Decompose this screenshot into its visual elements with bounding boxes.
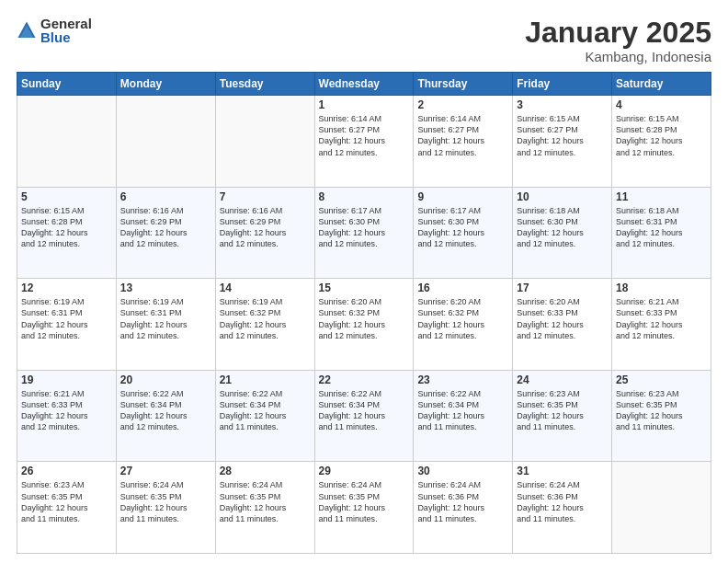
day-info: Sunrise: 6:23 AM Sunset: 6:35 PM Dayligh… (517, 388, 608, 433)
day-info: Sunrise: 6:18 AM Sunset: 6:30 PM Dayligh… (517, 205, 608, 250)
logo-icon (17, 20, 37, 40)
day-number: 8 (319, 190, 410, 203)
day-cell: 7Sunrise: 6:16 AM Sunset: 6:29 PM Daylig… (215, 187, 314, 279)
day-number: 28 (220, 465, 311, 477)
weekday-header-tuesday: Tuesday (215, 73, 314, 96)
weekday-header-sunday: Sunday (17, 73, 117, 96)
day-cell: 12Sunrise: 6:19 AM Sunset: 6:31 PM Dayli… (17, 279, 117, 371)
week-row-5: 26Sunrise: 6:23 AM Sunset: 6:35 PM Dayli… (17, 462, 711, 554)
day-number: 22 (319, 373, 410, 386)
day-info: Sunrise: 6:16 AM Sunset: 6:29 PM Dayligh… (120, 205, 211, 250)
day-cell: 16Sunrise: 6:20 AM Sunset: 6:32 PM Dayli… (414, 279, 513, 371)
day-cell: 9Sunrise: 6:17 AM Sunset: 6:30 PM Daylig… (414, 187, 513, 279)
day-cell: 5Sunrise: 6:15 AM Sunset: 6:28 PM Daylig… (17, 187, 117, 279)
day-cell: 24Sunrise: 6:23 AM Sunset: 6:35 PM Dayli… (513, 370, 612, 462)
day-number: 7 (220, 190, 311, 203)
day-info: Sunrise: 6:14 AM Sunset: 6:27 PM Dayligh… (417, 113, 508, 158)
day-number: 2 (417, 98, 508, 111)
day-cell: 23Sunrise: 6:22 AM Sunset: 6:34 PM Dayli… (414, 370, 513, 462)
day-number: 12 (21, 282, 112, 294)
week-row-3: 12Sunrise: 6:19 AM Sunset: 6:31 PM Dayli… (17, 279, 711, 371)
day-info: Sunrise: 6:23 AM Sunset: 6:35 PM Dayligh… (21, 479, 112, 524)
day-cell: 3Sunrise: 6:15 AM Sunset: 6:27 PM Daylig… (513, 96, 612, 188)
day-cell: 17Sunrise: 6:20 AM Sunset: 6:33 PM Dayli… (513, 279, 612, 371)
day-info: Sunrise: 6:20 AM Sunset: 6:32 PM Dayligh… (319, 296, 410, 341)
day-number: 30 (417, 465, 508, 477)
day-info: Sunrise: 6:21 AM Sunset: 6:33 PM Dayligh… (21, 388, 112, 433)
day-number: 11 (616, 190, 707, 203)
day-number: 25 (616, 373, 707, 386)
day-cell: 18Sunrise: 6:21 AM Sunset: 6:33 PM Dayli… (612, 279, 711, 371)
day-cell: 26Sunrise: 6:23 AM Sunset: 6:35 PM Dayli… (17, 462, 117, 554)
day-info: Sunrise: 6:24 AM Sunset: 6:36 PM Dayligh… (417, 479, 508, 524)
day-info: Sunrise: 6:22 AM Sunset: 6:34 PM Dayligh… (417, 388, 508, 433)
weekday-header-friday: Friday (513, 73, 612, 96)
calendar-subtitle: Kambang, Indonesia (525, 49, 711, 64)
day-cell: 4Sunrise: 6:15 AM Sunset: 6:28 PM Daylig… (612, 96, 711, 188)
day-number: 16 (417, 282, 508, 294)
day-cell: 1Sunrise: 6:14 AM Sunset: 6:27 PM Daylig… (314, 96, 414, 188)
day-cell: 27Sunrise: 6:24 AM Sunset: 6:35 PM Dayli… (116, 462, 215, 554)
day-number: 26 (21, 465, 112, 477)
week-row-4: 19Sunrise: 6:21 AM Sunset: 6:33 PM Dayli… (17, 370, 711, 462)
day-number: 18 (616, 282, 707, 294)
day-cell (116, 96, 215, 188)
weekday-header-thursday: Thursday (414, 73, 513, 96)
day-cell: 19Sunrise: 6:21 AM Sunset: 6:33 PM Dayli… (17, 370, 117, 462)
logo-general-text: General (40, 17, 92, 30)
logo-blue-text: Blue (40, 30, 92, 44)
day-cell: 29Sunrise: 6:24 AM Sunset: 6:35 PM Dayli… (314, 462, 414, 554)
day-number: 13 (120, 282, 211, 294)
header: General Blue January 2025 Kambang, Indon… (17, 17, 711, 64)
day-cell: 6Sunrise: 6:16 AM Sunset: 6:29 PM Daylig… (116, 187, 215, 279)
day-cell: 28Sunrise: 6:24 AM Sunset: 6:35 PM Dayli… (215, 462, 314, 554)
logo-text: General Blue (40, 17, 92, 44)
day-cell: 13Sunrise: 6:19 AM Sunset: 6:31 PM Dayli… (116, 279, 215, 371)
day-number: 10 (517, 190, 608, 203)
day-number: 1 (319, 98, 410, 111)
day-number: 4 (616, 98, 707, 111)
weekday-header-wednesday: Wednesday (314, 73, 414, 96)
day-number: 9 (417, 190, 508, 203)
day-number: 21 (220, 373, 311, 386)
day-info: Sunrise: 6:20 AM Sunset: 6:33 PM Dayligh… (517, 296, 608, 341)
day-info: Sunrise: 6:22 AM Sunset: 6:34 PM Dayligh… (220, 388, 311, 433)
day-cell: 11Sunrise: 6:18 AM Sunset: 6:31 PM Dayli… (612, 187, 711, 279)
day-number: 14 (220, 282, 311, 294)
day-info: Sunrise: 6:20 AM Sunset: 6:32 PM Dayligh… (417, 296, 508, 341)
day-cell: 20Sunrise: 6:22 AM Sunset: 6:34 PM Dayli… (116, 370, 215, 462)
day-number: 20 (120, 373, 211, 386)
day-cell (215, 96, 314, 188)
day-number: 24 (517, 373, 608, 386)
weekday-header-row: SundayMondayTuesdayWednesdayThursdayFrid… (17, 73, 711, 96)
weekday-header-saturday: Saturday (612, 73, 711, 96)
day-cell: 10Sunrise: 6:18 AM Sunset: 6:30 PM Dayli… (513, 187, 612, 279)
day-cell: 25Sunrise: 6:23 AM Sunset: 6:35 PM Dayli… (612, 370, 711, 462)
logo: General Blue (17, 17, 92, 44)
day-info: Sunrise: 6:21 AM Sunset: 6:33 PM Dayligh… (616, 296, 707, 341)
day-number: 5 (21, 190, 112, 203)
day-info: Sunrise: 6:16 AM Sunset: 6:29 PM Dayligh… (220, 205, 311, 250)
day-number: 15 (319, 282, 410, 294)
page: General Blue January 2025 Kambang, Indon… (0, 0, 728, 563)
day-cell: 22Sunrise: 6:22 AM Sunset: 6:34 PM Dayli… (314, 370, 414, 462)
day-info: Sunrise: 6:17 AM Sunset: 6:30 PM Dayligh… (417, 205, 508, 250)
day-number: 6 (120, 190, 211, 203)
calendar-table: SundayMondayTuesdayWednesdayThursdayFrid… (17, 72, 711, 554)
day-info: Sunrise: 6:15 AM Sunset: 6:28 PM Dayligh… (21, 205, 112, 250)
day-info: Sunrise: 6:19 AM Sunset: 6:31 PM Dayligh… (120, 296, 211, 341)
day-cell: 15Sunrise: 6:20 AM Sunset: 6:32 PM Dayli… (314, 279, 414, 371)
day-info: Sunrise: 6:22 AM Sunset: 6:34 PM Dayligh… (319, 388, 410, 433)
weekday-header-monday: Monday (116, 73, 215, 96)
day-cell: 14Sunrise: 6:19 AM Sunset: 6:32 PM Dayli… (215, 279, 314, 371)
day-number: 31 (517, 465, 608, 477)
day-cell: 21Sunrise: 6:22 AM Sunset: 6:34 PM Dayli… (215, 370, 314, 462)
day-number: 27 (120, 465, 211, 477)
day-number: 23 (417, 373, 508, 386)
day-info: Sunrise: 6:24 AM Sunset: 6:35 PM Dayligh… (220, 479, 311, 524)
day-info: Sunrise: 6:22 AM Sunset: 6:34 PM Dayligh… (120, 388, 211, 433)
day-info: Sunrise: 6:15 AM Sunset: 6:28 PM Dayligh… (616, 113, 707, 158)
day-number: 17 (517, 282, 608, 294)
day-number: 29 (319, 465, 410, 477)
day-info: Sunrise: 6:23 AM Sunset: 6:35 PM Dayligh… (616, 388, 707, 433)
